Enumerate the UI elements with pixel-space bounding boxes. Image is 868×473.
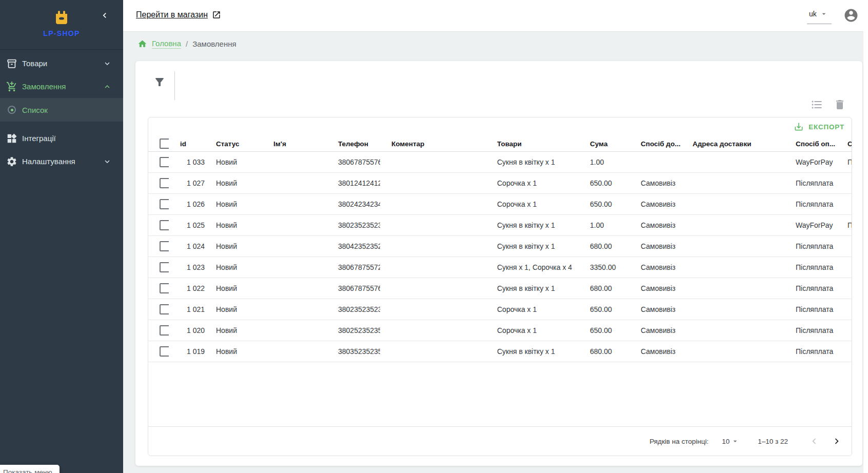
cell-delivery [629, 152, 681, 173]
chevron-down-icon [103, 59, 112, 68]
go-to-shop-link[interactable]: Перейти в магазин [136, 10, 221, 19]
cell-id: 1 033 [169, 152, 205, 173]
trash-icon[interactable] [834, 98, 846, 111]
breadcrumb-separator: / [186, 40, 188, 48]
cell-payment: Післяплата [784, 341, 836, 362]
row-checkbox[interactable] [160, 199, 169, 209]
table-header-row: id Статус Ім'я Телефон Коментар Товари С… [148, 136, 852, 152]
row-checkbox[interactable] [160, 220, 169, 230]
cell-phone: 380678755765 [327, 278, 380, 299]
sidebar-item-orders[interactable]: Замовлення [0, 75, 123, 98]
cell-delivery: Самовивіз [629, 278, 681, 299]
cell-products: Сорочка x 1 [486, 299, 579, 320]
cell-name [262, 320, 327, 341]
table-row[interactable]: 1 027 Новий 380124124124 Сорочка x 1 650… [148, 173, 852, 194]
col-header-address[interactable]: Адреса доставки [681, 136, 784, 152]
cell-name [262, 278, 327, 299]
export-button[interactable]: ЕКСПОРТ [794, 122, 844, 132]
account-avatar[interactable] [843, 8, 859, 23]
table-row[interactable]: 1 033 Новий 380678755765 Сукня в квітку … [148, 152, 852, 173]
download-icon [794, 122, 804, 132]
row-checkbox[interactable] [160, 346, 169, 357]
filter-divider [174, 71, 175, 100]
cell-name [262, 341, 327, 362]
pagination-bar: Рядків на сторінці: 10 1–10 з 22 [148, 426, 852, 456]
breadcrumb-home-link[interactable]: Головна [152, 39, 181, 49]
main-content: Головна / Замовлення ЕКСПОРТ [123, 32, 868, 473]
scrollbar-track[interactable] [863, 31, 868, 473]
cell-products: Сукня в квітку x 1 [486, 341, 579, 362]
cell-comment [380, 299, 486, 320]
cell-payment: WayForPay [784, 152, 836, 173]
col-header-phone[interactable]: Телефон [327, 136, 380, 152]
next-page-button[interactable] [830, 435, 843, 448]
cell-sum: 650.00 [579, 320, 629, 341]
sidebar-divider [0, 49, 123, 50]
row-checkbox[interactable] [160, 262, 169, 272]
row-checkbox[interactable] [160, 178, 169, 188]
col-header-status[interactable]: Статус [205, 136, 262, 152]
chevron-up-icon [103, 82, 112, 91]
cell-address [681, 341, 784, 362]
table-row[interactable]: 1 021 Новий 380235235235 Сорочка x 1 650… [148, 299, 852, 320]
row-checkbox[interactable] [160, 241, 169, 251]
col-header-products[interactable]: Товари [486, 136, 579, 152]
cell-products: Сукня в квітку x 1 [486, 215, 579, 236]
home-icon [137, 39, 147, 49]
table-row[interactable]: 1 024 Новий 380423523523 Сукня в квітку … [148, 236, 852, 257]
cell-phone: 380423523523 [327, 236, 380, 257]
sidebar-item-settings[interactable]: Налаштування [0, 150, 123, 173]
cell-delivery: Самовивіз [629, 173, 681, 194]
select-all-checkbox[interactable] [160, 139, 169, 149]
table-row[interactable]: 1 025 Новий 380235235235 Сукня в квітку … [148, 215, 852, 236]
cell-payment: Післяплата [784, 194, 836, 215]
table-row[interactable]: 1 020 Новий 380252352352 Сорочка x 1 650… [148, 320, 852, 341]
cell-phone: 380352352353 [327, 341, 380, 362]
cell-name [262, 299, 327, 320]
cell-products: Сукня в квітку x 1 [486, 236, 579, 257]
cell-payment: WayForPay [784, 215, 836, 236]
row-checkbox[interactable] [160, 325, 169, 336]
table-row[interactable]: 1 026 Новий 380242342342 Сорочка x 1 650… [148, 194, 852, 215]
col-header-name[interactable]: Ім'я [262, 136, 327, 152]
cell-delivery: Самовивіз [629, 194, 681, 215]
cell-payment-status [836, 194, 852, 215]
cell-payment-status: Пі [836, 215, 852, 236]
sidebar-collapse-button[interactable] [100, 10, 110, 21]
col-header-payment-status[interactable]: Ст [836, 136, 852, 152]
rows-per-page-select[interactable]: 10 [722, 437, 739, 445]
cell-id: 1 027 [169, 173, 205, 194]
sidebar-item-orders-list[interactable]: Список [0, 98, 123, 122]
table-row[interactable]: 1 022 Новий 380678755765 Сукня в квітку … [148, 278, 852, 299]
cell-sum: 3350.00 [579, 257, 629, 278]
rows-per-page-label: Рядків на сторінці: [649, 438, 708, 445]
cell-payment: Післяплата [784, 257, 836, 278]
column-list-icon[interactable] [811, 98, 823, 111]
filter-funnel-icon[interactable] [153, 76, 166, 88]
language-select[interactable]: uk [809, 10, 828, 18]
col-header-comment[interactable]: Коментар [380, 136, 486, 152]
row-checkbox[interactable] [160, 304, 169, 314]
cell-delivery: Самовивіз [629, 257, 681, 278]
go-to-shop-label: Перейти в магазин [136, 10, 208, 19]
table-row[interactable]: 1 019 Новий 380352352353 Сукня в квітку … [148, 341, 852, 362]
row-checkbox[interactable] [160, 283, 169, 293]
row-checkbox[interactable] [160, 157, 169, 167]
col-header-id[interactable]: id [169, 136, 205, 152]
cell-payment: Післяплата [784, 236, 836, 257]
col-header-sum[interactable]: Сума [579, 136, 629, 152]
col-header-payment[interactable]: Спосіб оп... [784, 136, 836, 152]
col-header-delivery[interactable]: Спосіб до... [629, 136, 681, 152]
cell-payment-status [836, 173, 852, 194]
table-row[interactable]: 1 023 Новий 380678755722 Сукня x 1, Соро… [148, 257, 852, 278]
cell-id: 1 025 [169, 215, 205, 236]
cell-phone: 380242342342 [327, 194, 380, 215]
cell-phone: 380678755722 [327, 257, 380, 278]
widgets-icon [6, 132, 18, 145]
sidebar-item-integrations[interactable]: Інтеграції [0, 127, 123, 150]
sidebar-item-label: Інтеграції [22, 134, 56, 143]
cell-products: Сорочка x 1 [486, 173, 579, 194]
cell-status: Новий [205, 194, 262, 215]
export-label: ЕКСПОРТ [808, 123, 844, 131]
sidebar-item-products[interactable]: Товари [0, 52, 123, 75]
